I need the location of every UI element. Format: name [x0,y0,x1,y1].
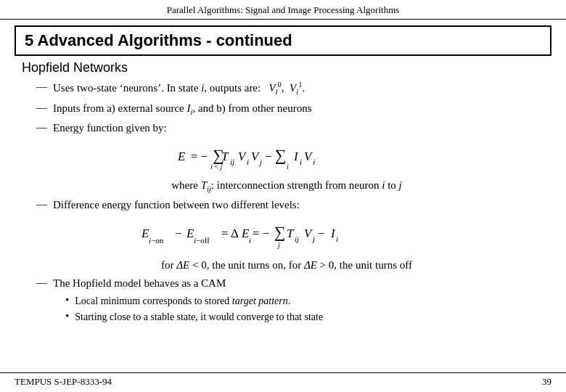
svg-text:I: I [293,150,299,163]
header-text: Parallel Algorithms: Signal and Image Pr… [167,4,400,15]
sub-dot-2: • [65,310,69,322]
diff-formula-block: E i−on − E i−off = Δ E [22,217,551,255]
svg-text:ij: ij [295,234,299,243]
svg-text:j: j [311,234,315,243]
svg-text:= −
        ∑: = − ∑ [253,223,285,241]
svg-text:i: i [300,158,302,166]
footer-right: 39 [542,376,551,388]
page-title: 5 Advanced Algorithms - continued [25,31,541,50]
svg-text:i: i [249,236,251,245]
svg-text:i < j: i < j [210,163,222,171]
svg-text:j: j [276,241,280,249]
svg-text:T: T [221,150,229,163]
bullet-item-1: — Uses two-state ‘neurons’. In state i, … [36,80,551,98]
sub-bullet-1: • Local minimum corresponds to stored ta… [65,294,551,309]
for-line: for ΔE < 0, the unit turns on, for ΔE > … [22,259,551,271]
bullet-item-2: — Inputs from a) external source Ii, and… [36,101,551,118]
dash-4: — [36,197,47,211]
sub-bullet-text-2: Starting close to a stable state, it wou… [75,310,323,324]
bullet-item-5: — The Hopfield model behaves as a CAM [36,276,551,291]
svg-text:i−on: i−on [149,236,164,245]
footer-left: TEMPUS S-JEP-8333-94 [15,376,112,388]
sub-bullets: • Local minimum corresponds to stored ta… [65,294,551,324]
dash-3: — [36,121,47,134]
bullet-text-2: Inputs from a) external source Ii, and b… [53,101,312,118]
title-box: 5 Advanced Algorithms - continued [15,25,551,56]
sub-dot-1: • [65,294,69,306]
energy-formula-block: E = − ∑ i < j T ij V i V [22,140,551,175]
content-area: — Uses two-state ‘neurons’. In state i, … [15,80,551,324]
svg-text:i: i [287,163,289,171]
svg-text:− 
        ∑: − ∑ [265,146,287,164]
dash-2: — [36,101,47,114]
section-title: Hopfield Networks [22,60,551,75]
page-footer: TEMPUS S-JEP-8333-94 39 [0,372,566,392]
svg-text:T: T [287,226,295,240]
bullet-item-4: — Difference energy function between two… [36,197,551,213]
bullet-text-5: The Hopfield model behaves as a CAM [53,276,226,291]
page-header: Parallel Algorithms: Signal and Image Pr… [0,0,566,20]
svg-text:I: I [330,226,336,240]
svg-text:i−off: i−off [194,236,210,245]
svg-text:E
         = −
        
      : E = − ∑ [177,146,224,164]
svg-text:−: − [175,226,182,240]
energy-formula-svg: E = − ∑ i < j T ij V i V [163,140,410,175]
svg-text:i: i [313,158,315,166]
sub-bullet-2: • Starting close to a stable state, it w… [65,310,551,324]
bullet-text-4: Difference energy function between two d… [53,197,300,213]
svg-text:i: i [336,234,338,243]
bullet-item-3: — Energy function given by: [36,121,551,136]
dash-5: — [36,276,47,289]
dash-1: — [36,80,47,93]
svg-text:i: i [247,158,249,166]
svg-text:−: − [318,226,325,240]
bullet-text-3: Energy function given by: [53,121,167,136]
svg-text:= Δ: = Δ [221,226,239,240]
svg-text:j: j [258,158,262,166]
where-line: where Tij: interconnection strength from… [22,179,551,193]
svg-text:ij: ij [230,158,234,166]
sub-bullet-text-1: Local minimum corresponds to stored targ… [75,294,290,309]
diff-formula-svg: E i−on − E i−off = Δ E [134,217,439,255]
bullet-text-1: Uses two-state ‘neurons’. In state i, ou… [53,80,305,98]
